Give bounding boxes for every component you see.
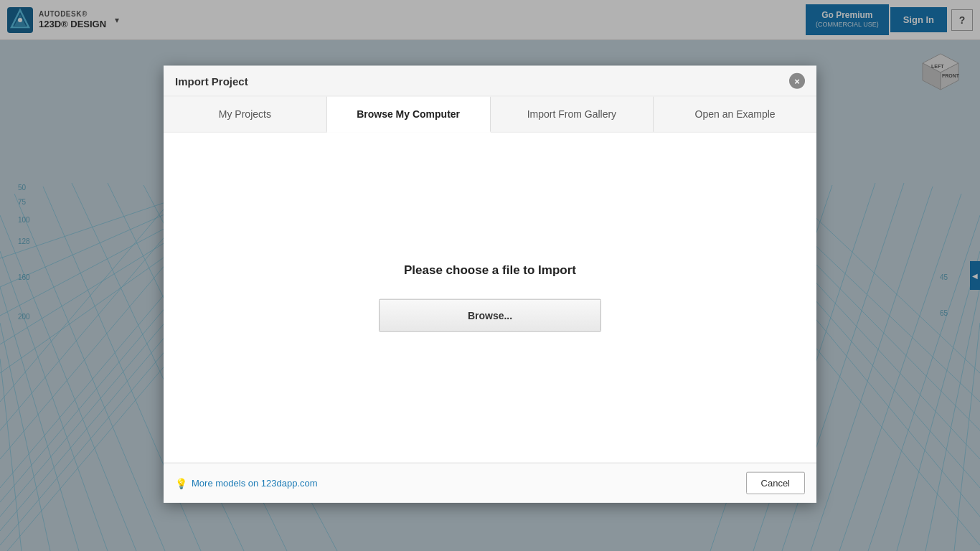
dialog-footer: 💡 More models on 123dapp.com Cancel bbox=[164, 463, 816, 503]
tab-open-example[interactable]: Open an Example bbox=[654, 97, 816, 132]
dialog-tabs: My Projects Browse My Computer Import Fr… bbox=[164, 97, 816, 133]
tab-my-projects[interactable]: My Projects bbox=[164, 97, 327, 132]
cancel-button[interactable]: Cancel bbox=[746, 472, 805, 494]
browse-file-button[interactable]: Browse... bbox=[379, 299, 601, 332]
import-project-dialog: Import Project × My Projects Browse My C… bbox=[164, 66, 816, 503]
import-prompt-text: Please choose a file to Import bbox=[404, 263, 576, 278]
dialog-title: Import Project bbox=[175, 75, 248, 87]
lightbulb-icon: 💡 bbox=[175, 477, 187, 489]
dialog-close-button[interactable]: × bbox=[789, 73, 805, 89]
tab-import-gallery[interactable]: Import From Gallery bbox=[491, 97, 654, 132]
dialog-content: Please choose a file to Import Browse... bbox=[164, 133, 816, 463]
tab-browse-computer[interactable]: Browse My Computer bbox=[327, 97, 491, 133]
dialog-titlebar: Import Project × bbox=[164, 66, 816, 97]
more-models-link[interactable]: 💡 More models on 123dapp.com bbox=[175, 477, 318, 489]
more-models-text: More models on 123dapp.com bbox=[192, 478, 318, 489]
